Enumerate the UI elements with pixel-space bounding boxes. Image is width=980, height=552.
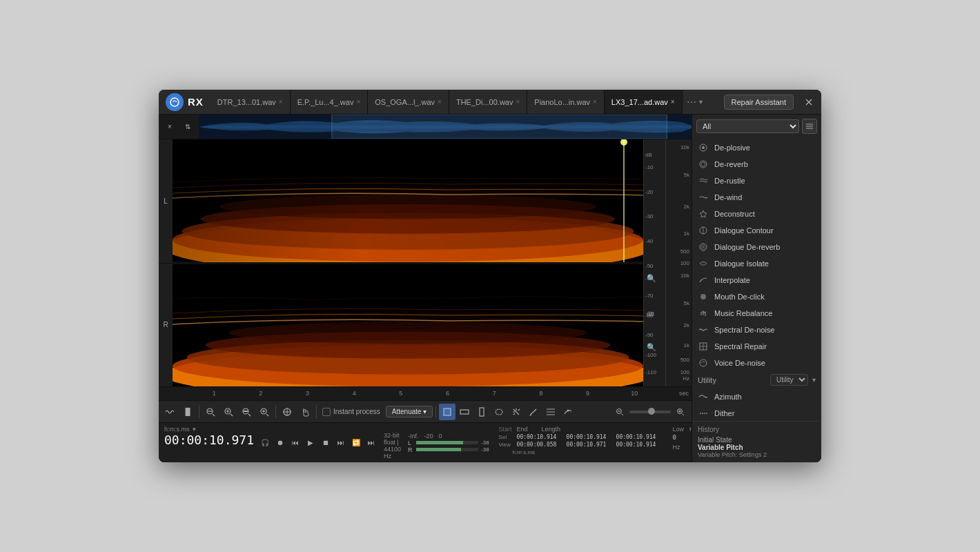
repair-assistant-button[interactable]: Repair Assistant (724, 95, 794, 110)
overflow-chevron[interactable]: ▾ (699, 98, 703, 106)
close-tab-ep[interactable]: × (356, 99, 360, 106)
loop-btn[interactable]: 🔁 (349, 436, 363, 450)
right-panel-header: All (692, 115, 821, 138)
tab-os[interactable]: OS_OGA...l_.wav × (368, 90, 449, 114)
freq-info: Low High Range Cursor 0 22050 22050 2205… (667, 423, 692, 462)
hand-tool-btn[interactable] (297, 404, 313, 420)
title-bar: RX DTR_13...01.wav × E.P._Lu...4_.wav × … (159, 90, 821, 115)
category-dropdown[interactable]: All (696, 119, 799, 133)
time-marker-6: 6 (446, 390, 449, 397)
close-tab-the[interactable]: × (516, 99, 520, 106)
prev-btn[interactable]: ⏮ (288, 436, 302, 450)
freq-select-btn[interactable] (456, 404, 473, 420)
close-tab-os[interactable]: × (438, 99, 442, 106)
zoom-fit-btn[interactable] (238, 404, 255, 420)
tabs-overflow[interactable]: ⋯ ▾ (683, 97, 707, 108)
brush-tool-btn[interactable] (525, 404, 542, 420)
svg-rect-40 (480, 408, 484, 416)
zoom-out-v-btn[interactable] (611, 404, 628, 420)
zoom-out-icon[interactable]: 🔍 (647, 343, 656, 352)
zoom-in-h2-btn[interactable] (256, 404, 273, 420)
module-mouth-de-click[interactable]: Mouth De-click (692, 288, 821, 305)
headphones-btn[interactable]: 🎧 (258, 436, 272, 450)
module-de-plosive[interactable]: De-plosive (692, 139, 821, 156)
de-wind-icon (698, 192, 709, 203)
spectrogram-area: L R (159, 139, 692, 400)
utility-section-header[interactable]: Utility Utility ▾ (692, 371, 821, 388)
instant-process-container: Instant process (322, 408, 380, 416)
svg-point-41 (496, 409, 502, 415)
tab-dtr[interactable]: DTR_13...01.wav × (210, 90, 291, 114)
deconstruct-icon (698, 208, 709, 219)
tabs-area: DTR_13...01.wav × E.P._Lu...4_.wav × OS_… (210, 90, 724, 114)
lasso-select-btn[interactable] (491, 404, 507, 420)
minimize-icon[interactable] (799, 92, 819, 112)
time-marker-10: 10 (631, 390, 638, 397)
module-dither[interactable]: Dither (692, 405, 821, 421)
utility-select[interactable]: Utility (770, 374, 808, 386)
svg-rect-29 (244, 411, 248, 412)
interpolate-icon (698, 275, 709, 286)
magic-select-btn[interactable] (508, 404, 525, 420)
module-de-wind[interactable]: De-wind (692, 189, 821, 206)
rect-select-btn[interactable] (439, 404, 455, 420)
module-de-reverb[interactable]: De-reverb (692, 156, 821, 172)
spectral-de-noise-icon (698, 324, 709, 335)
module-de-rustle[interactable]: De-rustle (692, 172, 821, 189)
app-window: RX DTR_13...01.wav × E.P._Lu...4_.wav × … (159, 90, 821, 462)
time-marker-2: 2 (259, 390, 262, 397)
attenuate-container: Attenuate ▾ (386, 406, 433, 417)
zoom-in-v-btn[interactable] (672, 404, 689, 420)
tab-the[interactable]: THE_Di...00.wav × (449, 90, 527, 114)
sep-4 (435, 406, 436, 418)
zoom-out-h-btn[interactable] (202, 404, 219, 420)
mouth-de-click-icon (698, 291, 709, 302)
waveform-view-btn[interactable] (161, 404, 178, 420)
zoom-in-icon[interactable]: 🔍 (647, 274, 656, 283)
module-spectral-repair[interactable]: Spectral Repair (692, 338, 821, 355)
instant-process-checkbox[interactable] (322, 408, 331, 416)
stop-btn[interactable]: ⏹ (319, 436, 333, 450)
attenuate-button[interactable]: Attenuate ▾ (386, 406, 433, 417)
expand-overview-btn[interactable]: ⇅ (179, 119, 196, 135)
module-spectral-de-noise[interactable]: Spectral De-noise (692, 322, 821, 338)
tab-ep[interactable]: E.P._Lu...4_.wav × (291, 90, 369, 114)
db-scale: dB -10 -20 -30 -40 -50 -60 -70 -80 -90 -… (643, 139, 665, 386)
time-select-btn[interactable] (473, 404, 490, 420)
azimuth-icon (698, 391, 709, 402)
zoom-controls-h (611, 404, 689, 420)
module-dialogue-de-reverb[interactable]: Dialogue De-reverb (692, 239, 821, 255)
module-interpolate[interactable]: Interpolate (692, 272, 821, 288)
collapse-btn[interactable]: × (161, 119, 178, 135)
close-tab-piano[interactable]: × (593, 99, 597, 106)
level-bar-l (416, 441, 478, 444)
close-tab-lx3[interactable]: × (671, 99, 675, 106)
tab-lx3[interactable]: LX3_17...ad.wav × (605, 90, 683, 114)
zoom-level: dB (647, 310, 654, 317)
logo-area: RX (159, 93, 210, 111)
record-btn[interactable]: ⏺ (273, 436, 287, 450)
menu-button[interactable] (802, 119, 817, 134)
play-btn[interactable]: ▶ (304, 436, 317, 450)
module-music-rebalance[interactable]: Music Rebalance (692, 305, 821, 322)
transport-controls: 🎧 ⏺ ⏮ ▶ ⏹ ⏭ 🔁 ⏭ (255, 423, 381, 462)
end-btn[interactable]: ⏭ (364, 436, 378, 450)
markers-btn[interactable] (542, 404, 559, 420)
module-azimuth[interactable]: Azimuth (692, 388, 821, 405)
next-btn[interactable]: ⏭ (334, 436, 348, 450)
module-dialogue-contour[interactable]: Dialogue Contour (692, 222, 821, 239)
close-tab-dtr[interactable]: × (279, 99, 283, 106)
module-dialogue-isolate[interactable]: Dialogue Isolate (692, 255, 821, 272)
level-meter-btn[interactable]: ▐▌ (179, 404, 196, 420)
zoom-slider[interactable] (629, 411, 671, 413)
pitch-tool-btn[interactable] (560, 404, 576, 420)
module-voice-de-noise[interactable]: Voice De-noise (692, 355, 821, 371)
svg-point-58 (700, 161, 707, 168)
de-plosive-icon (698, 142, 709, 153)
tab-piano[interactable]: PianoLo...in.wav × (527, 90, 605, 114)
module-deconstruct[interactable]: Deconstruct (692, 206, 821, 222)
time-display: 00:00:10.971 (164, 433, 250, 447)
select-tool-btn[interactable] (279, 404, 295, 420)
music-rebalance-icon (698, 308, 709, 319)
zoom-in-h-btn[interactable] (220, 404, 237, 420)
